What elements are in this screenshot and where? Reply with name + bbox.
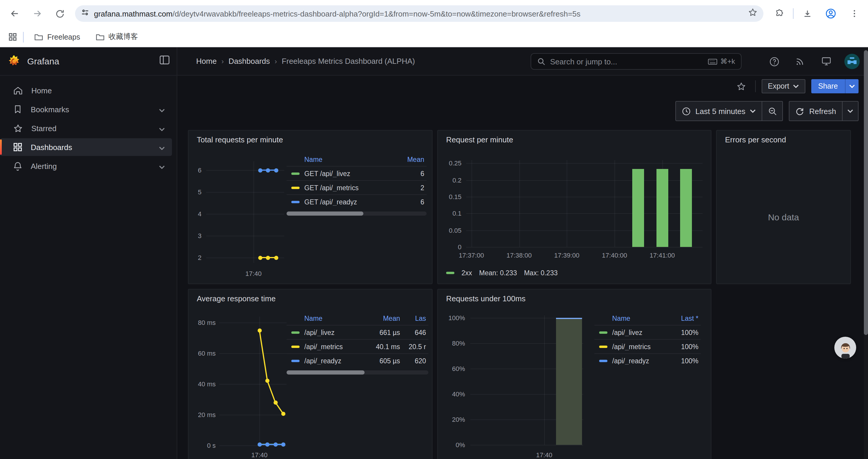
legend-row[interactable]: /api/_livez100%	[594, 325, 701, 339]
favorite-star-icon[interactable]	[734, 78, 749, 94]
share-button[interactable]: Share	[811, 79, 845, 93]
series-value: 20.5 r	[400, 343, 426, 350]
downloads-icon[interactable]	[797, 4, 817, 24]
panel-title[interactable]: Request per minute	[446, 135, 513, 144]
sidebar-item-home[interactable]: Home	[0, 81, 172, 99]
zoom-out-icon	[768, 107, 777, 116]
breadcrumb: Home › Dashboards › Freeleaps Metrics Da…	[196, 57, 415, 66]
series-value: 605 µs	[366, 357, 400, 364]
panel-title[interactable]: Requests under 100ms	[446, 294, 526, 303]
legend-row[interactable]: GET /api/_livez6	[286, 166, 427, 180]
legend-row[interactable]: /api/_metrics40.1 ms20.5 r	[286, 339, 428, 353]
profile-icon[interactable]	[821, 4, 841, 24]
series-swatch	[291, 359, 300, 362]
news-rss-icon[interactable]	[793, 54, 808, 69]
legend-scrollbar[interactable]	[286, 211, 427, 216]
legend-table: NameMeanLas/api/_livez661 µs646/api/_met…	[286, 312, 428, 374]
refresh-interval-button[interactable]	[842, 102, 858, 121]
time-range-picker[interactable]: Last 5 minutes	[676, 102, 762, 121]
breadcrumb-home[interactable]: Home	[196, 57, 217, 66]
x-axis-tick: 17:40	[526, 451, 562, 458]
legend-header-row[interactable]: NameMeanLas	[286, 312, 428, 325]
panel-errors-per-second: Errors per second No data	[716, 130, 851, 284]
sidebar-item-alerting[interactable]: Alerting	[0, 157, 172, 175]
bookmarks-bar: Freeleaps 收藏博客	[0, 27, 868, 47]
panel-title[interactable]: Total requests per minute	[197, 135, 283, 144]
series-swatch	[599, 359, 608, 362]
sidebar-toggle-icon[interactable]	[159, 56, 169, 67]
x-axis-tick: 17:37:00	[454, 252, 489, 259]
legend-row[interactable]: /api/_metrics100%	[594, 339, 701, 353]
forward-icon[interactable]	[27, 4, 47, 24]
page-scrollbar[interactable]	[864, 47, 868, 459]
col-header-name: Name	[304, 156, 391, 163]
plot-request-per-minute: 0.250.20.150.10.05017:37:0017:38:0017:39…	[438, 131, 711, 284]
sidebar: HomeBookmarksStarredDashboardsAlerting	[0, 76, 177, 459]
sidebar-item-label: Home	[31, 86, 52, 95]
browser-menu-icon[interactable]	[844, 4, 864, 24]
data-point	[273, 442, 277, 447]
y-axis-tick: 20%	[438, 416, 465, 423]
chevron-down-icon[interactable]	[159, 143, 165, 152]
bar	[680, 169, 692, 247]
share-menu-button[interactable]	[845, 79, 859, 93]
sidebar-item-bookmarks[interactable]: Bookmarks	[0, 100, 172, 118]
scrollbar-thumb[interactable]	[864, 50, 868, 335]
chevron-down-icon[interactable]	[159, 162, 165, 170]
y-axis-tick: 0.2	[438, 176, 462, 184]
legend-scrollbar[interactable]	[286, 370, 428, 374]
reload-icon[interactable]	[50, 4, 70, 24]
bell-icon	[13, 161, 23, 171]
zoom-out-button[interactable]	[762, 102, 783, 121]
legend-row[interactable]: /api/_readyz100%	[594, 353, 701, 367]
col-header-name: Name	[612, 315, 669, 322]
chevron-down-icon[interactable]	[159, 124, 165, 133]
kiosk-monitor-icon[interactable]	[818, 54, 834, 69]
y-axis-tick: 0.1	[438, 210, 462, 217]
bookmark-star-icon[interactable]	[748, 8, 757, 20]
x-axis-tick: 17:41:00	[644, 252, 680, 259]
chevron-down-icon[interactable]	[159, 105, 165, 114]
bookmark-folder-freeleaps[interactable]: Freeleaps	[30, 31, 85, 43]
panel-title[interactable]: Errors per second	[725, 135, 786, 144]
col-header: Las	[400, 315, 426, 322]
sidebar-item-starred[interactable]: Starred	[0, 119, 172, 137]
series-swatch	[291, 172, 300, 174]
series-value: 2	[391, 184, 424, 191]
bookmark-folder-blogs[interactable]: 收藏博客	[91, 30, 143, 44]
toolbar-divider	[793, 8, 794, 19]
url-bar[interactable]: grafana.mathmast.com/d/deytv4rwavabkb/fr…	[75, 5, 764, 22]
panel-requests-under-100ms: Requests under 100ms 100%80%60%40%20%0%1…	[437, 289, 711, 459]
user-avatar[interactable]	[844, 54, 860, 69]
panel-total-requests-per-minute: Total requests per minute 6543217:40 Nam…	[188, 130, 433, 284]
panel-title[interactable]: Average response time	[197, 294, 276, 303]
assistant-avatar-widget[interactable]	[834, 337, 856, 359]
search-placeholder: Search or jump to...	[550, 57, 703, 66]
series-value: 100%	[669, 343, 699, 350]
series-max: Max: 0.233	[524, 269, 558, 276]
legend-row[interactable]: /api/_livez661 µs646	[286, 325, 428, 339]
legend-row[interactable]: GET /api/_readyz6	[286, 194, 427, 208]
dashboard-content: Export Share Last 5 minutes	[177, 76, 868, 459]
y-axis-tick: 80%	[438, 340, 465, 347]
grafana-logo[interactable]	[7, 54, 21, 68]
help-icon[interactable]	[766, 54, 782, 69]
extensions-icon[interactable]	[769, 4, 789, 24]
site-info-icon[interactable]	[81, 8, 89, 19]
legend-row[interactable]: GET /api/_metrics2	[286, 180, 427, 194]
legend-row[interactable]: /api/_readyz605 µs620	[286, 353, 428, 367]
search-input[interactable]: Search or jump to... ⌘+k	[531, 53, 742, 70]
col-header: Mean	[391, 156, 424, 163]
sidebar-item-dashboards[interactable]: Dashboards	[0, 138, 172, 156]
apps-grid-icon[interactable]	[8, 32, 17, 41]
series-name: GET /api/_livez	[304, 170, 391, 177]
back-icon[interactable]	[5, 4, 25, 24]
refresh-button[interactable]: Refresh	[790, 102, 842, 121]
dashboard-actions: Export Share	[734, 78, 859, 94]
legend-header-row[interactable]: NameLast *	[594, 312, 701, 325]
breadcrumb-dashboards[interactable]: Dashboards	[228, 57, 270, 66]
export-button[interactable]: Export	[761, 79, 805, 93]
legend[interactable]: 2xx Mean: 0.233 Max: 0.233	[446, 269, 558, 276]
x-axis-tick: 17:40:00	[597, 252, 632, 259]
legend-header-row[interactable]: NameMean	[286, 153, 427, 166]
